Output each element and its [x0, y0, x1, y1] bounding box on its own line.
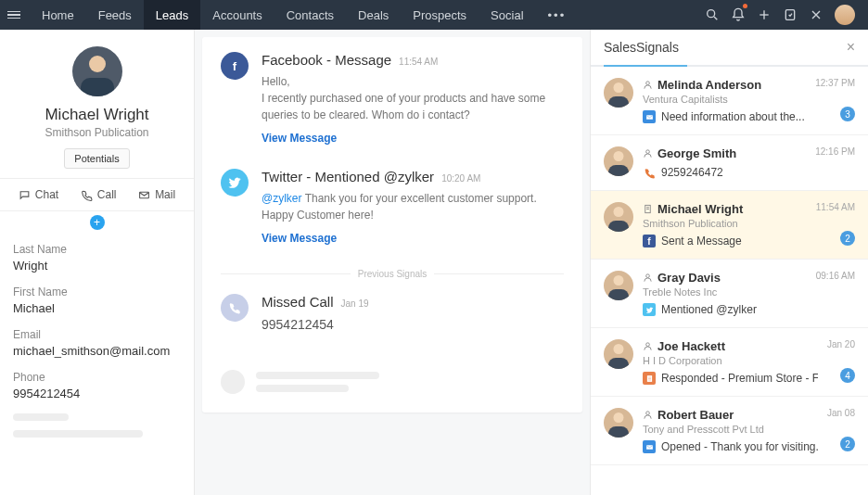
top-nav: HomeFeedsLeadsAccountsContactsDealsProsp…	[0, 0, 868, 30]
signal-name: Robert Bauer	[657, 408, 734, 422]
svg-rect-7	[646, 115, 653, 120]
skeleton-placeholder	[13, 430, 143, 438]
nav-social[interactable]: Social	[479, 0, 535, 30]
chat-label: Chat	[35, 188, 58, 201]
plus-icon[interactable]	[751, 0, 777, 30]
signal-message: Mentioned @zylker	[661, 303, 757, 316]
search-icon[interactable]	[699, 0, 725, 30]
svg-point-13	[646, 343, 650, 347]
skeleton-placeholder	[13, 413, 69, 421]
clipboard-icon[interactable]	[777, 0, 803, 30]
call-action[interactable]: Call	[81, 188, 117, 201]
signal-item[interactable]: Gray DavisTreble Notes IncMentioned @zyl…	[591, 260, 868, 328]
bell-icon[interactable]	[725, 0, 751, 30]
signal-name: Joe Hackett	[657, 339, 725, 353]
signal-avatar	[604, 408, 633, 438]
svg-rect-4	[785, 10, 794, 20]
phone-value[interactable]: 9954212454	[13, 387, 181, 400]
signal-company: Ventura Capitalists	[643, 94, 806, 105]
hamburger-icon[interactable]	[7, 11, 20, 19]
signal-avatar	[604, 202, 633, 232]
svg-point-18	[646, 412, 650, 415]
svg-point-12	[646, 274, 650, 278]
feed-item-twitter[interactable]: Twitter - Mentioned @zylker10:20 AM @zyl…	[221, 169, 564, 245]
field-label: Last Name	[13, 243, 181, 256]
lead-avatar	[72, 46, 122, 96]
previous-signals-divider: Previous Signals	[221, 269, 564, 279]
user-avatar[interactable]	[835, 5, 855, 25]
signal-message: 9259246472	[661, 166, 723, 179]
potentials-tag[interactable]: Potentials	[64, 148, 129, 169]
nav-more[interactable]: •••	[536, 8, 579, 22]
signal-message: Sent a Message	[661, 235, 742, 248]
signal-item[interactable]: Melinda AndersonVentura CapitalistsNeed …	[591, 67, 868, 135]
signal-item[interactable]: George Smith925924647212:16 PM	[591, 135, 868, 191]
salessignals-title: SalesSignals	[604, 40, 679, 55]
lead-name: Michael Wright	[11, 106, 183, 124]
signal-badge: 2	[840, 231, 855, 246]
feed-body: Hello, I recently purchased one of your …	[262, 73, 564, 123]
field-label: Phone	[13, 371, 181, 384]
field-label: Email	[13, 328, 181, 341]
feed-body: @zylker Thank you for your excellent cus…	[262, 190, 564, 223]
nav-contacts[interactable]: Contacts	[274, 0, 346, 30]
nav-home[interactable]: Home	[30, 0, 86, 30]
twitter-icon	[221, 169, 249, 197]
view-message-link[interactable]: View Message	[262, 132, 337, 145]
nav-deals[interactable]: Deals	[346, 0, 401, 30]
feed-item-missed-call[interactable]: Missed CallJan 19 9954212454	[221, 294, 564, 342]
signal-company: Smithson Publication	[643, 218, 807, 229]
nav-prospects[interactable]: Prospects	[401, 0, 479, 30]
feed-title: Facebook - Message	[262, 52, 391, 68]
lead-detail-panel: Michael Wright Smithson Publication Pote…	[0, 30, 195, 495]
field-label: First Name	[13, 286, 181, 298]
feed-time: 10:20 AM	[441, 173, 480, 184]
signal-item[interactable]: Michael WrightSmithson PublicationfSent …	[591, 191, 868, 260]
svg-point-8	[646, 150, 650, 154]
signal-badge: 2	[840, 437, 855, 451]
signal-time: 12:16 PM	[815, 146, 855, 179]
nav-feeds[interactable]: Feeds	[86, 0, 144, 30]
signal-name: George Smith	[657, 146, 736, 160]
svg-point-6	[646, 82, 650, 85]
last-name-value[interactable]: Wright	[13, 259, 181, 273]
signal-badge: 3	[840, 107, 855, 121]
signal-item[interactable]: Robert BauerTony and Presscott Pvt LtdOp…	[591, 397, 868, 465]
first-name-value[interactable]: Michael	[13, 301, 181, 315]
mail-action[interactable]: Mail	[138, 188, 175, 201]
call-label: Call	[97, 188, 117, 201]
signal-name: Gray Davis	[657, 271, 721, 285]
feed-title: Twitter - Mentioned @zylker	[262, 169, 434, 184]
skeleton-row	[221, 366, 564, 398]
signal-message: Opened - Thank you for visiting...	[661, 440, 818, 453]
svg-rect-19	[646, 445, 653, 450]
signal-item[interactable]: Joe HackettH I D CorporationResponded - …	[591, 328, 868, 397]
view-message-link[interactable]: View Message	[262, 232, 337, 245]
signal-avatar	[604, 339, 633, 369]
feed-title: Missed Call	[262, 294, 334, 310]
signal-company: H I D Corporation	[643, 355, 818, 366]
email-value[interactable]: michael_smithson@mail.com	[13, 344, 181, 358]
add-field-button[interactable]: +	[90, 215, 105, 230]
signal-name: Michael Wright	[657, 202, 743, 216]
nav-accounts[interactable]: Accounts	[200, 0, 274, 30]
svg-line-1	[714, 17, 717, 19]
tools-icon[interactable]	[803, 0, 829, 30]
signal-avatar	[604, 271, 633, 300]
nav-leads[interactable]: Leads	[144, 0, 200, 30]
svg-point-0	[708, 10, 715, 18]
activity-feed: f Facebook - Message11:54 AM Hello, I re…	[195, 30, 590, 495]
signal-avatar	[604, 78, 633, 108]
feed-item-facebook[interactable]: f Facebook - Message11:54 AM Hello, I re…	[221, 52, 564, 145]
chat-action[interactable]: Chat	[19, 188, 58, 201]
signal-message: Responded - Premium Store - Fee...	[661, 372, 818, 385]
facebook-icon: f	[221, 52, 249, 80]
missed-call-number: 9954212454	[262, 315, 564, 335]
feed-time: Jan 19	[341, 298, 369, 309]
signal-company: Tony and Presscott Pvt Ltd	[643, 424, 818, 435]
signal-time: 09:16 AM	[816, 271, 855, 316]
lead-company: Smithson Publication	[11, 126, 183, 139]
signal-company: Treble Notes Inc	[643, 286, 807, 298]
signal-badge: 4	[840, 368, 855, 383]
close-icon[interactable]: ×	[847, 39, 855, 56]
